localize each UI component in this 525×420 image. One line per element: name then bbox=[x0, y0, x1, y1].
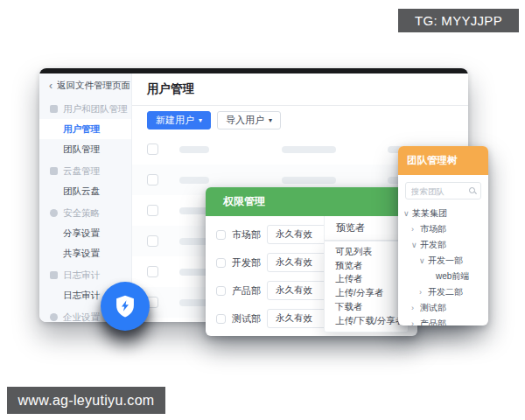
dept-label: 开发部 bbox=[232, 256, 267, 270]
tree-node[interactable]: › 测试部 bbox=[398, 300, 488, 316]
tree-caret-icon: ∨ bbox=[419, 256, 428, 265]
tree-caret-icon: › bbox=[411, 319, 420, 326]
tree-node[interactable]: ∨ 开发一部 bbox=[398, 253, 488, 269]
sidebar-item-label: 企业设置 bbox=[63, 312, 100, 323]
placeholder-cell bbox=[282, 146, 336, 153]
placeholder-cell bbox=[179, 299, 209, 306]
page: TG: MYYJJPP www.ag-leyutiyu.com 返回文件管理页面… bbox=[0, 0, 525, 420]
page-title: 用户管理 bbox=[147, 81, 194, 97]
tree-node-label: web前端 bbox=[436, 270, 469, 283]
row-checkbox[interactable] bbox=[147, 144, 158, 155]
tree-node[interactable]: ∨ 开发部 bbox=[398, 237, 488, 253]
chevron-down-icon bbox=[269, 117, 272, 124]
tree-caret-icon: ∨ bbox=[403, 209, 412, 218]
validity-value: 永久有效 bbox=[276, 312, 312, 325]
role-option[interactable]: 可见列表 bbox=[325, 245, 408, 259]
validity-value: 永久有效 bbox=[276, 284, 312, 297]
tree-caret-icon: › bbox=[419, 288, 428, 297]
gear-icon bbox=[50, 313, 58, 321]
dept-label: 市场部 bbox=[232, 228, 267, 242]
shield-icon bbox=[50, 209, 58, 217]
tree-node-label: 开发一部 bbox=[428, 255, 463, 267]
placeholder-cell bbox=[179, 146, 209, 153]
row-checkbox[interactable] bbox=[147, 266, 158, 277]
tree-node[interactable]: › 产品部 bbox=[398, 316, 488, 326]
validity-value: 永久有效 bbox=[276, 256, 312, 269]
role-option[interactable]: 上传/下载/分享者 bbox=[325, 314, 408, 328]
sidebar-item[interactable]: 团队云盘 bbox=[39, 181, 131, 201]
tree-caret-icon: › bbox=[411, 225, 420, 234]
sidebar-item[interactable]: 安全策略 bbox=[39, 203, 131, 223]
tree-caret-icon: ∨ bbox=[411, 241, 420, 249]
sidebar-item[interactable]: 团队管理 bbox=[39, 139, 131, 159]
sidebar-item-label: 日志审计 bbox=[63, 290, 100, 302]
team-tree-panel-title: 团队管理树 bbox=[407, 154, 458, 167]
sidebar-item[interactable]: 云盘管理 bbox=[39, 161, 131, 181]
tg-badge: TG: MYYJJPP bbox=[398, 9, 519, 32]
role-option[interactable]: 预览者 bbox=[325, 259, 408, 273]
back-link-label: 返回文件管理页面 bbox=[57, 80, 130, 92]
team-search-input[interactable] bbox=[411, 186, 469, 196]
import-user-button[interactable]: 导入用户 bbox=[217, 111, 281, 130]
row-checkbox[interactable] bbox=[147, 205, 158, 216]
placeholder-cell bbox=[282, 177, 336, 184]
role-option[interactable]: 上传/分享者 bbox=[325, 286, 408, 300]
team-tree: ∨ 某某集团 › 市场部 ∨ 开发部 ∨ 开发一部 bbox=[398, 206, 488, 326]
chevron-down-icon bbox=[199, 117, 202, 124]
back-to-file-management-link[interactable]: 返回文件管理页面 bbox=[39, 74, 131, 97]
permission-panel: 权限管理 市场部 永久有效 开发部 永久有效 bbox=[206, 187, 417, 336]
dept-label: 产品部 bbox=[232, 284, 267, 298]
sidebar-item-label: 用户管理 bbox=[63, 123, 100, 136]
sidebar-item-label: 团队管理 bbox=[63, 144, 100, 156]
import-user-button-label: 导入用户 bbox=[226, 114, 264, 127]
dept-checkbox[interactable] bbox=[216, 258, 226, 268]
placeholder-cell bbox=[179, 269, 209, 276]
dept-label: 测试部 bbox=[232, 312, 267, 326]
role-dropdown-menu: 可见列表 预览者 上传者 上传/分享者 下载者 上传/下载/分享者 bbox=[324, 241, 409, 332]
dept-checkbox[interactable] bbox=[216, 286, 226, 296]
sidebar-item[interactable]: 分享设置 bbox=[39, 223, 131, 243]
sidebar-item-label: 团队云盘 bbox=[63, 186, 100, 198]
sidebar-item[interactable]: 用户管理 bbox=[39, 119, 131, 139]
dept-checkbox[interactable] bbox=[216, 314, 226, 324]
shield-lightning-icon bbox=[113, 294, 137, 318]
site-badge-text: www.ag-leyutiyu.com bbox=[18, 393, 155, 409]
tree-node[interactable]: web前端 bbox=[398, 269, 488, 284]
tree-caret-icon: › bbox=[411, 304, 420, 312]
search-icon bbox=[469, 187, 476, 194]
disk-icon bbox=[50, 167, 58, 175]
new-user-button-label: 新建用户 bbox=[156, 114, 194, 127]
sidebar-item-label: 日志审计 bbox=[63, 270, 100, 282]
chevron-left-icon bbox=[49, 80, 52, 91]
tree-node[interactable]: › 市场部 bbox=[398, 221, 488, 237]
tree-node[interactable]: › 开发二部 bbox=[398, 284, 488, 300]
content-header: 用户管理 bbox=[132, 74, 468, 106]
tree-node-label: 开发二部 bbox=[428, 286, 463, 298]
tree-node-label: 市场部 bbox=[420, 223, 446, 235]
sidebar-item[interactable]: 用户和团队管理 bbox=[39, 99, 131, 119]
sidebar-item-label: 共享设置 bbox=[63, 248, 100, 260]
new-user-button[interactable]: 新建用户 bbox=[147, 111, 211, 130]
dept-checkbox[interactable] bbox=[216, 230, 226, 240]
sidebar-item[interactable]: 共享设置 bbox=[39, 243, 131, 263]
sidebar-item-label: 用户和团队管理 bbox=[63, 103, 128, 116]
row-checkbox[interactable] bbox=[147, 235, 158, 247]
tree-node-label: 产品部 bbox=[420, 318, 446, 326]
row-checkbox[interactable] bbox=[147, 174, 158, 186]
role-option[interactable]: 下载者 bbox=[325, 300, 408, 314]
security-shield-fab[interactable] bbox=[101, 282, 150, 331]
tree-node[interactable]: ∨ 某某集团 bbox=[398, 206, 488, 221]
sidebar-item-label: 安全策略 bbox=[63, 207, 100, 220]
tree-node-label: 某某集团 bbox=[412, 207, 447, 220]
permission-panel-title: 权限管理 bbox=[223, 194, 265, 209]
log-icon bbox=[50, 271, 58, 279]
sidebar-item-label: 分享设置 bbox=[63, 228, 100, 240]
team-search-box bbox=[405, 182, 481, 200]
permission-panel-header: 权限管理 bbox=[206, 187, 417, 216]
role-selected-value: 预览者 bbox=[336, 221, 365, 234]
role-option[interactable]: 上传者 bbox=[325, 273, 408, 287]
placeholder-cell bbox=[179, 207, 209, 214]
placeholder-cell bbox=[179, 177, 209, 184]
tree-node-label: 测试部 bbox=[420, 302, 446, 314]
sidebar-item-label: 云盘管理 bbox=[63, 165, 100, 178]
